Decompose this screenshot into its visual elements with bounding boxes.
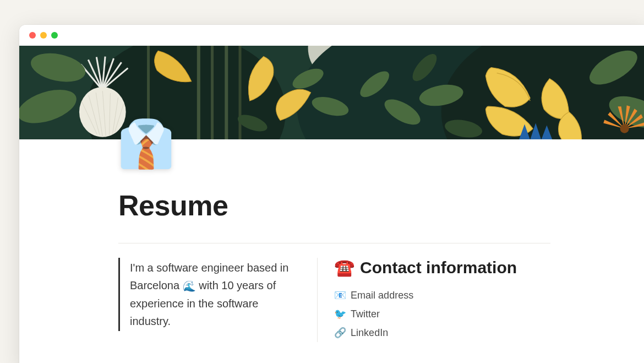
contact-item-linkedin[interactable]: 🔗 LinkedIn (334, 323, 550, 342)
window-minimize-button[interactable] (40, 32, 47, 39)
email-icon: 📧 (334, 289, 346, 301)
window-titlebar (19, 25, 644, 46)
bird-icon: 🐦 (334, 308, 346, 320)
svg-point-37 (620, 124, 629, 133)
contact-heading[interactable]: ☎️ Contact information (334, 258, 550, 277)
contact-list: 📧 Email address 🐦 Twitter 🔗 LinkedIn (334, 286, 550, 342)
two-column-layout: I'm a software engineer based in Barcelo… (118, 258, 550, 342)
svg-rect-7 (225, 46, 228, 139)
svg-rect-6 (211, 46, 214, 139)
contact-item-label: LinkedIn (351, 327, 388, 339)
link-icon: 🔗 (334, 327, 346, 339)
contact-item-label: Twitter (351, 308, 380, 320)
window-zoom-button[interactable] (51, 32, 58, 39)
contact-column: ☎️ Contact information 📧 Email address 🐦… (317, 258, 550, 342)
wave-icon: 🌊 (183, 280, 196, 292)
app-window: 👔 Resume I'm a software engineer based i… (19, 25, 644, 363)
svg-rect-5 (197, 46, 200, 139)
bio-column: I'm a software engineer based in Barcelo… (118, 258, 317, 342)
svg-rect-8 (238, 46, 241, 139)
page-title[interactable]: Resume (118, 189, 550, 222)
page-emoji-icon[interactable]: 👔 (117, 117, 170, 170)
window-close-button[interactable] (29, 32, 36, 39)
contact-item-email[interactable]: 📧 Email address (334, 286, 550, 305)
contact-item-twitter[interactable]: 🐦 Twitter (334, 305, 550, 323)
telephone-icon: ☎️ (334, 258, 354, 277)
cover-image[interactable] (19, 46, 644, 139)
contact-heading-text: Contact information (360, 258, 517, 277)
bio-quote-block[interactable]: I'm a software engineer based in Barcelo… (118, 258, 301, 331)
divider (118, 243, 550, 243)
contact-item-label: Email address (351, 290, 413, 301)
page-content: Resume I'm a software engineer based in … (19, 139, 644, 342)
